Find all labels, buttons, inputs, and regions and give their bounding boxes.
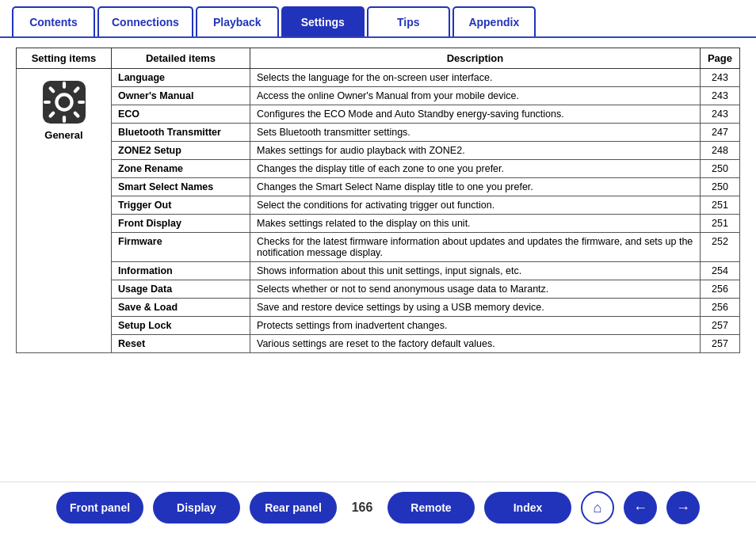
item-description: Access the online Owner's Manual from yo… — [250, 87, 701, 105]
svg-line-6 — [50, 89, 53, 92]
item-description: Changes the display title of each zone t… — [250, 160, 701, 178]
table-row: FirmwareChecks for the latest firmware i… — [17, 233, 740, 262]
header-detailed-items: Detailed items — [112, 48, 250, 69]
tab-playback[interactable]: Playback — [196, 6, 279, 36]
item-page: 250 — [701, 160, 740, 178]
item-description: Configures the ECO Mode and Auto Standby… — [250, 105, 701, 124]
detailed-item: Bluetooth Transmitter — [112, 124, 250, 142]
settings-table: Setting items Detailed items Description… — [16, 48, 740, 353]
table-row: ZONE2 SetupMakes settings for audio play… — [17, 142, 740, 160]
table-row: Save & LoadSave and restore device setti… — [17, 299, 740, 317]
detailed-item: ZONE2 Setup — [112, 142, 250, 160]
bottom-bar: Front panel Display Rear panel 166 Remot… — [0, 482, 756, 533]
item-page: 257 — [701, 317, 740, 335]
forward-button[interactable]: → — [666, 491, 700, 524]
item-description: Changes the Smart Select Name display ti… — [250, 178, 701, 196]
table-row: GeneralLanguageSelects the language for … — [17, 69, 740, 87]
item-page: 243 — [701, 87, 740, 105]
item-page: 248 — [701, 142, 740, 160]
table-row: Setup LockProtects settings from inadver… — [17, 317, 740, 335]
rear-panel-button[interactable]: Rear panel — [250, 492, 337, 523]
svg-line-7 — [74, 113, 78, 116]
tab-connections[interactable]: Connections — [97, 6, 193, 36]
detailed-item: Reset — [112, 335, 250, 353]
item-description: Sets Bluetooth transmitter settings. — [250, 124, 701, 142]
item-description: Selects whether or not to send anonymous… — [250, 280, 701, 299]
item-page: 243 — [701, 105, 740, 124]
item-description: Checks for the latest firmware informati… — [250, 233, 701, 262]
table-row: Trigger OutSelect the conditions for act… — [17, 196, 740, 215]
item-page: 250 — [701, 178, 740, 196]
index-button[interactable]: Index — [484, 492, 571, 523]
detailed-item: ECO — [112, 105, 250, 124]
detailed-item: Trigger Out — [112, 196, 250, 215]
svg-line-9 — [50, 113, 53, 116]
item-description: Selects the language for the on-screen u… — [250, 69, 701, 87]
general-category-cell: General — [17, 69, 112, 353]
tabs-bar: ContentsConnectionsPlaybackSettingsTipsA… — [0, 0, 756, 38]
svg-line-8 — [74, 89, 78, 92]
home-button[interactable]: ⌂ — [581, 491, 614, 524]
detailed-item: Setup Lock — [112, 317, 250, 335]
item-description: Makes settings for audio playback with Z… — [250, 142, 701, 160]
page-number: 166 — [346, 501, 378, 515]
general-label: General — [44, 129, 82, 141]
item-page: 252 — [701, 233, 740, 262]
item-description: Save and restore device settings by usin… — [250, 299, 701, 317]
front-panel-button[interactable]: Front panel — [56, 492, 143, 523]
item-page: 251 — [701, 196, 740, 215]
table-row: ECOConfigures the ECO Mode and Auto Stan… — [17, 105, 740, 124]
header-setting-items: Setting items — [17, 48, 112, 69]
table-row: Zone RenameChanges the display title of … — [17, 160, 740, 178]
detailed-item: Firmware — [112, 233, 250, 262]
item-page: 256 — [701, 299, 740, 317]
tab-settings[interactable]: Settings — [281, 6, 365, 36]
table-row: InformationShows information about this … — [17, 262, 740, 280]
table-row: Smart Select NamesChanges the Smart Sele… — [17, 178, 740, 196]
remote-button[interactable]: Remote — [388, 492, 475, 523]
header-description: Description — [250, 48, 701, 69]
item-description: Select the conditions for activating tri… — [250, 196, 701, 215]
table-row: ResetVarious settings are reset to the f… — [17, 335, 740, 353]
item-description: Shows information about this unit settin… — [250, 262, 701, 280]
detailed-item: Front Display — [112, 215, 250, 233]
table-row: Bluetooth TransmitterSets Bluetooth tran… — [17, 124, 740, 142]
item-description: Protects settings from inadvertent chang… — [250, 317, 701, 335]
item-page: 257 — [701, 335, 740, 353]
header-page: Page — [701, 48, 740, 69]
item-page: 256 — [701, 280, 740, 299]
detailed-item: Zone Rename — [112, 160, 250, 178]
detailed-item: Usage Data — [112, 280, 250, 299]
back-button[interactable]: ← — [624, 491, 657, 524]
tab-appendix[interactable]: Appendix — [452, 6, 536, 36]
gear-icon — [40, 78, 88, 126]
detailed-item: Owner's Manual — [112, 87, 250, 105]
display-button[interactable]: Display — [153, 492, 240, 523]
table-row: Front DisplayMakes settings related to t… — [17, 215, 740, 233]
table-row: Owner's ManualAccess the online Owner's … — [17, 87, 740, 105]
item-page: 247 — [701, 124, 740, 142]
detailed-item: Save & Load — [112, 299, 250, 317]
item-page: 243 — [701, 69, 740, 87]
detailed-item: Smart Select Names — [112, 178, 250, 196]
tab-tips[interactable]: Tips — [367, 6, 450, 36]
item-description: Various settings are reset to the factor… — [250, 335, 701, 353]
detailed-item: Information — [112, 262, 250, 280]
item-description: Makes settings related to the display on… — [250, 215, 701, 233]
detailed-item: Language — [112, 69, 250, 87]
item-page: 254 — [701, 262, 740, 280]
table-row: Usage DataSelects whether or not to send… — [17, 280, 740, 299]
item-page: 251 — [701, 215, 740, 233]
tab-contents[interactable]: Contents — [12, 6, 95, 36]
content-area: Setting items Detailed items Description… — [0, 38, 756, 363]
